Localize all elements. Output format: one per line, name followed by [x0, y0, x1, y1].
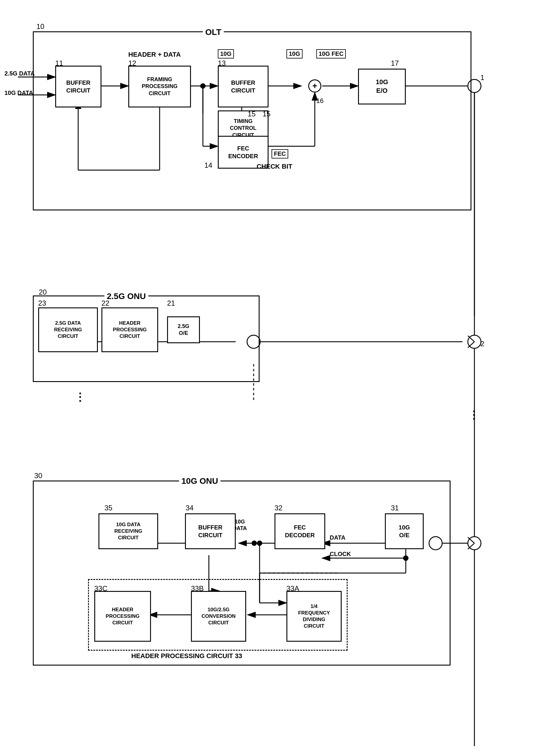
- onu25g-title: 2.5G ONU: [104, 292, 148, 301]
- dot-clock: [403, 555, 408, 561]
- input-10g-label: 10G DATA: [4, 90, 33, 96]
- onu10g-title: 10G ONU: [179, 476, 221, 486]
- olt-ref: 10: [36, 22, 44, 31]
- olt-10g-eo: 10GE/O: [358, 69, 406, 104]
- tag-10g-fec: 10G FEC: [316, 49, 346, 58]
- vertical-dots-1: ⋮: [75, 391, 87, 404]
- onu25g-oe: 2.5GO/E: [167, 316, 200, 343]
- onu25g-hdr-ref: 22: [102, 299, 110, 307]
- input-25g-label: 2.5G DATA: [4, 70, 35, 77]
- dot-buf-output: [252, 541, 257, 546]
- onu10g-fec-decoder: FECDECODER: [274, 513, 325, 549]
- olt-framing-ref: 12: [128, 59, 136, 67]
- olt-fec-ref: 14: [205, 161, 213, 170]
- check-bit-label: CHECK BIT: [257, 163, 292, 170]
- olt-buf1-ref: 11: [55, 59, 63, 67]
- ref-16: 16: [316, 97, 323, 105]
- onu10g-oe-ref: 31: [391, 504, 399, 512]
- onu25g-hdr-circuit: HEADERPROCESSINGCIRCUIT: [102, 307, 158, 352]
- onu10g-freq-div: 1/4FREQUENCYDIVIDINGCIRCUIT: [286, 591, 342, 642]
- onu10g-conv-circuit: 10G/2.5GCONVERSIONCIRCUIT: [191, 591, 246, 642]
- onu25g-oe-ref: 21: [167, 299, 175, 307]
- onu10g-ref: 30: [34, 472, 42, 480]
- olt-buffer-circuit: BUFFERCIRCUIT: [55, 66, 102, 107]
- olt-timing-ref: 15: [248, 110, 256, 118]
- data-label: DATA: [330, 534, 345, 541]
- onu10g-fec-dec-ref: 32: [274, 504, 282, 512]
- header-data-label: HEADER + DATA: [128, 51, 181, 58]
- onu10g-recv-circuit: 10G DATARECEIVINGCIRCUIT: [99, 513, 158, 549]
- olt-framing-circuit: FRAMINGPROCESSINGCIRCUIT: [128, 66, 191, 107]
- tag-fec: FEC: [272, 149, 288, 158]
- olt-buffer-circuit-2: BUFFERCIRCUIT: [218, 66, 269, 107]
- onu25g-ref: 20: [39, 288, 47, 296]
- olt-title: OLT: [203, 27, 224, 37]
- onu10g-buf-ref: 34: [186, 504, 194, 512]
- onu10g-hdr-circuit: HEADERPROCESSINGCIRCUIT: [94, 591, 151, 642]
- onu10g-hdr-group-label: HEADER PROCESSING CIRCUIT 33: [131, 652, 242, 660]
- vertical-dots-2: ⋮: [468, 409, 479, 421]
- diagram: 1 2 OLT 10 2.5G DATA 10G DATA BUFFERCIRC…: [0, 0, 549, 756]
- onu10g-buffer: BUFFERCIRCUIT: [185, 513, 236, 549]
- tag-10g-buf2: 10G: [218, 49, 234, 58]
- olt-adder: +: [308, 79, 321, 93]
- svg-text:2: 2: [480, 340, 484, 348]
- svg-text:1: 1: [480, 73, 484, 81]
- olt-buf2-ref: 13: [218, 59, 226, 67]
- olt-eo-ref: 17: [391, 59, 399, 67]
- onu10g-recv-ref: 35: [104, 504, 113, 512]
- onu25g-recv-ref: 23: [38, 299, 46, 307]
- clock-label: CLOCK: [330, 551, 351, 558]
- tag-10g-2: 10G: [286, 49, 302, 58]
- onu10g-oe: 10GO/E: [385, 513, 424, 549]
- ref-15: 15: [263, 110, 271, 118]
- onu25g-recv-circuit: 2.5G DATARECEIVINGCIRCUIT: [38, 307, 98, 352]
